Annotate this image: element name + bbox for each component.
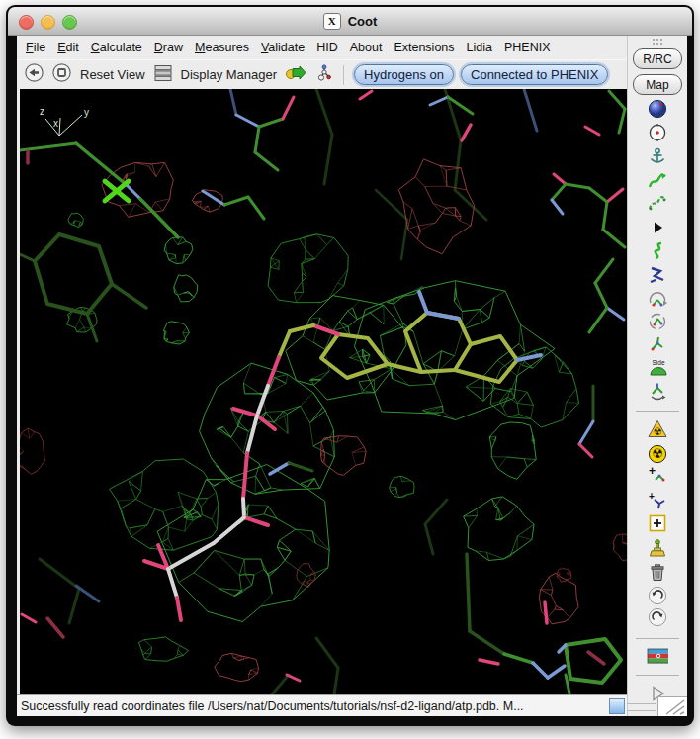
place-atom-icon[interactable] [647, 512, 668, 534]
menu-hid[interactable]: HID [316, 41, 338, 54]
svg-text:z: z [40, 106, 44, 117]
panel-separator [636, 411, 679, 412]
delete-item-trash-icon[interactable] [647, 562, 668, 584]
right-toolbar-panel: R/RC Map Side ☢ ☢ + + [627, 36, 687, 716]
anchor-icon[interactable] [647, 146, 668, 168]
simple-mutate-icon[interactable]: ☢ [647, 443, 668, 465]
undo-icon[interactable] [647, 585, 668, 606]
refmac-flag-icon[interactable] [647, 645, 668, 667]
panel-separator [636, 675, 679, 676]
menu-validate[interactable]: Validate [261, 41, 305, 54]
menu-file[interactable]: File [26, 41, 45, 54]
map-button[interactable]: Map [633, 74, 682, 95]
panel-separator [636, 638, 679, 639]
menu-measures[interactable]: Measures [195, 41, 249, 54]
go-arrow-icon[interactable] [285, 64, 307, 85]
fixed-atoms-icon[interactable] [647, 217, 668, 238]
molecule-icon[interactable] [314, 63, 333, 87]
statusbar: Successfully read coordinates file /User… [17, 694, 627, 716]
hydrogens-toggle-button[interactable]: Hydrogens on [354, 64, 454, 85]
auto-fit-rotamer-icon[interactable] [647, 289, 668, 311]
redo-icon[interactable] [647, 606, 668, 628]
add-alt-conf-icon[interactable]: + [647, 491, 668, 512]
edit-chi-angles-icon[interactable] [647, 333, 668, 355]
rrc-button[interactable]: R/RC [633, 48, 682, 69]
display-manager-icon [153, 64, 173, 86]
toolbar-separator [343, 65, 344, 85]
menu-draw[interactable]: Draw [154, 41, 183, 54]
svg-text:y: y [84, 107, 89, 118]
panel-bottom-lines [627, 703, 656, 711]
svg-text:☢: ☢ [654, 426, 662, 437]
window-content: File Edit Calculate Draw Measures Valida… [17, 36, 687, 716]
pane-handle[interactable] [609, 698, 625, 714]
svg-text:+: + [649, 491, 655, 502]
window-title: Coot [348, 14, 378, 29]
rotamers-icon[interactable] [647, 311, 668, 332]
panel-grip-icon[interactable] [647, 37, 668, 46]
toolbar: Reset View Display Manager Hydrogens on … [17, 59, 627, 89]
menu-about[interactable]: About [350, 41, 383, 54]
mutate-auto-fit-icon[interactable]: ☢ [647, 418, 668, 440]
recentre-target-icon[interactable] [647, 122, 668, 143]
back-button[interactable] [24, 62, 44, 87]
molecular-viewport[interactable]: zxy [20, 89, 627, 694]
app-window: X Coot File Edit Calculate Draw Measures… [6, 5, 694, 726]
side-label: Side [652, 359, 664, 366]
menu-calculate[interactable]: Calculate [91, 41, 142, 54]
menu-lidia[interactable]: Lidia [467, 41, 492, 54]
sphere-icon[interactable] [647, 98, 668, 120]
real-space-refine-icon[interactable] [647, 170, 668, 192]
side-chain-flip-icon[interactable]: Side [647, 357, 668, 379]
menu-phenix[interactable]: PHENIX [504, 41, 551, 54]
svg-text:+: + [649, 465, 656, 478]
status-message: Successfully read coordinates file /User… [21, 699, 524, 713]
menu-edit[interactable]: Edit [57, 41, 79, 54]
torsion-general-icon[interactable] [647, 381, 668, 403]
titlebar[interactable]: X Coot [8, 7, 692, 36]
menu-extensions[interactable]: Extensions [394, 41, 454, 54]
rotate-translate-icon[interactable] [647, 264, 668, 286]
svg-text:x: x [53, 118, 58, 129]
menubar: File Edit Calculate Draw Measures Valida… [17, 36, 627, 59]
svg-text:☢: ☢ [652, 446, 663, 461]
display-manager-button[interactable]: Display Manager [180, 67, 279, 82]
rigid-body-fit-icon[interactable] [647, 240, 668, 262]
regularize-icon[interactable] [647, 193, 668, 215]
stop-button[interactable] [51, 62, 72, 87]
clear-picks-brush-icon[interactable] [647, 538, 668, 560]
phenix-connection-button[interactable]: Connected to PHENIX [461, 64, 608, 85]
resize-grip[interactable] [657, 696, 687, 716]
reset-view-button[interactable]: Reset View [79, 67, 146, 82]
add-terminal-residue-icon[interactable]: + [647, 465, 668, 487]
x11-icon: X [323, 13, 341, 30]
